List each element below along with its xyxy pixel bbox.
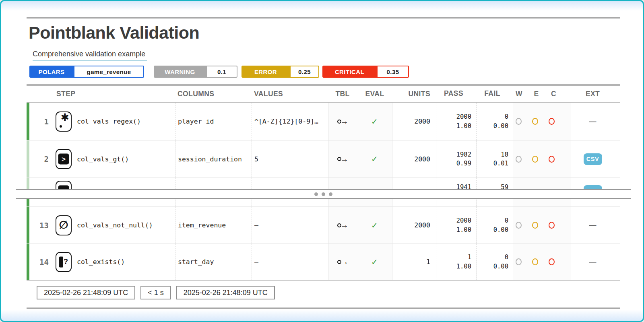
ellipsis-dot-icon	[314, 192, 318, 196]
columns-cell: player_id	[175, 103, 252, 140]
table-row: 14 ? col_exists() start_day – ✓ 1 11.00 …	[27, 244, 620, 281]
columns-cell: start_day	[175, 244, 252, 280]
critical-circle-icon	[549, 156, 555, 163]
column-header-eval: EVAL	[365, 90, 384, 98]
pass-count: 1	[468, 253, 471, 262]
error-circle-icon	[532, 118, 538, 125]
ext-none: —	[589, 258, 597, 266]
source-badge: POLARS game_revenue	[29, 66, 144, 78]
error-circle-icon	[532, 222, 538, 229]
not-null-icon: ∅	[56, 215, 72, 235]
ellipsis-dot-icon	[322, 192, 325, 196]
units-cell: 1	[392, 258, 436, 266]
status-bar	[27, 140, 29, 178]
warning-circle-icon	[516, 156, 522, 163]
assertion-label: col_vals_not_null()	[77, 221, 153, 229]
table-row: 1 ✱ col_vals_regex() player_id ^[A-Z]{12…	[27, 103, 620, 140]
columns-cell: item_revenue	[175, 207, 252, 244]
pass-count: 2000	[456, 112, 471, 121]
critical-threshold-value: 0.35	[377, 66, 409, 78]
values-cell: 5	[252, 140, 328, 178]
critical-circle-icon	[549, 118, 555, 125]
warning-circle-icon	[516, 222, 522, 229]
error-circle-icon	[532, 258, 538, 265]
critical-threshold-badge: CRITICAL 0.35	[322, 66, 409, 78]
page-title: Pointblank Validation	[29, 23, 199, 43]
eval-check-icon: ✓	[371, 117, 378, 126]
critical-badge-label: CRITICAL	[322, 66, 377, 78]
fail-count: 18	[501, 150, 508, 159]
error-badge-label: ERROR	[242, 66, 290, 78]
end-time: 2025-02-26 21:48:09 UTC	[176, 286, 275, 299]
ellipsis-dot-icon	[329, 192, 332, 196]
units-cell: 2000	[392, 155, 436, 163]
ext-none: —	[589, 221, 597, 229]
top-rule	[27, 17, 620, 19]
pass-count: 1982	[456, 150, 471, 159]
units-cell: 2000	[392, 118, 436, 125]
fail-count: 0	[505, 253, 508, 262]
error-threshold-badge: ERROR 0.25	[242, 66, 319, 78]
step-number: 1	[29, 117, 54, 126]
column-header-c: C	[550, 90, 557, 98]
bottom-rule	[27, 308, 620, 309]
status-bar	[27, 244, 29, 280]
column-header-pass: PASS	[444, 89, 463, 99]
column-exists-icon: ?	[56, 252, 72, 272]
pass-fraction: 1.00	[456, 225, 471, 234]
warning-circle-icon	[516, 118, 522, 125]
eval-check-icon: ✓	[371, 221, 378, 230]
table-arrow-icon	[337, 155, 349, 163]
assertion-label: col_vals_regex()	[77, 118, 141, 125]
fail-fraction: 0.00	[493, 262, 508, 271]
warning-threshold-badge: WARNING 0.1	[154, 66, 237, 78]
pass-fraction: 0.99	[456, 159, 471, 168]
badge-row: POLARS game_revenue WARNING 0.1 ERROR 0.…	[29, 66, 409, 78]
column-header-units: UNITS	[409, 90, 431, 98]
column-header-e: E	[533, 90, 540, 98]
eval-check-icon: ✓	[371, 257, 378, 267]
column-header-columns: COLUMNS	[178, 90, 214, 98]
columns-cell: session_duration	[175, 140, 252, 178]
report-footer: 2025-02-26 21:48:09 UTC < 1 s 2025-02-26…	[37, 286, 275, 299]
units-cell: 2000	[392, 221, 436, 229]
fail-count: 0	[505, 112, 508, 121]
warning-threshold-value: 0.1	[206, 66, 237, 78]
error-circle-icon	[532, 156, 538, 163]
pointblank-validation-report: Pointblank Validation Comprehensive vali…	[0, 0, 644, 322]
column-header-step: STEP	[56, 90, 75, 98]
duration: < 1 s	[140, 286, 171, 299]
column-header-fail: FAIL	[484, 89, 500, 99]
table-arrow-icon	[337, 221, 349, 229]
fail-count: 0	[505, 216, 508, 225]
pass-fraction: 1.00	[456, 262, 471, 271]
fail-fraction: 0.01	[493, 159, 508, 168]
error-threshold-value: 0.25	[290, 66, 319, 78]
table-header-row: STEP COLUMNS VALUES TBL EVAL UNITS PASS …	[27, 84, 620, 103]
column-header-w: W	[516, 90, 522, 98]
step-number: 14	[29, 258, 54, 266]
status-bar	[27, 207, 29, 244]
table-name-badge: game_revenue	[74, 66, 144, 78]
pass-count: 2000	[456, 216, 471, 225]
table-row: 2 > col_vals_gt() session_duration 5 ✓ 2…	[27, 140, 620, 178]
values-cell: –	[252, 207, 328, 244]
start-time: 2025-02-26 21:48:09 UTC	[37, 286, 135, 299]
ext-none: —	[589, 117, 597, 126]
validation-table: STEP COLUMNS VALUES TBL EVAL UNITS PASS …	[27, 84, 620, 281]
greater-than-icon: >	[56, 149, 72, 169]
critical-circle-icon	[549, 222, 555, 229]
values-cell: –	[252, 244, 328, 280]
warning-circle-icon	[516, 258, 522, 265]
csv-download-button[interactable]: CSV	[584, 153, 602, 165]
polars-badge-label: POLARS	[29, 66, 74, 78]
status-bar	[27, 103, 29, 140]
column-header-ext: EXT	[586, 90, 600, 98]
column-header-values: VALUES	[254, 90, 283, 98]
table-arrow-icon	[337, 258, 349, 266]
report-subtitle: Comprehensive validation example	[33, 50, 147, 61]
column-header-tbl: TBL	[335, 90, 349, 98]
critical-circle-icon	[549, 258, 555, 265]
warning-badge-label: WARNING	[154, 66, 206, 78]
collapsed-rows-divider[interactable]	[16, 189, 631, 199]
